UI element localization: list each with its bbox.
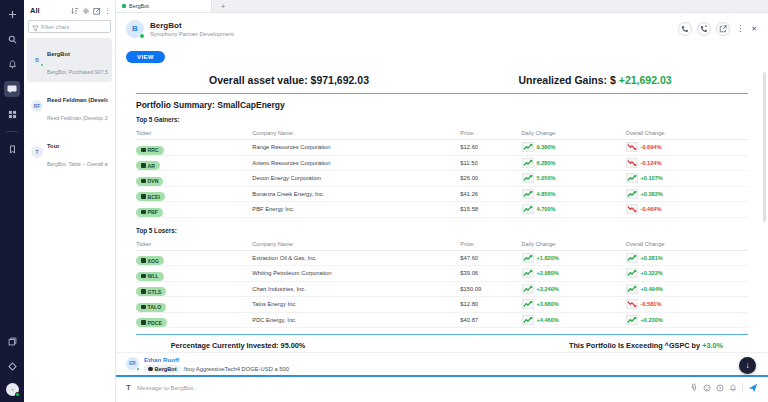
trend-icon (522, 158, 534, 168)
percentage-invested: Percentage Currently Invested: 95.00% (136, 341, 340, 350)
price-value: $12.80 (460, 301, 521, 307)
filter-funnel-icon (32, 18, 39, 36)
trend-icon (626, 299, 638, 309)
trend-icon (522, 315, 534, 325)
chat-preview: BergBot: Purchased 907,520 shares of 'D.… (47, 69, 108, 75)
cashtag-icon (141, 210, 146, 215)
help-diamond-icon[interactable] (4, 358, 20, 374)
daily-change-value: +3.240% (537, 286, 559, 292)
send-icon[interactable] (748, 383, 758, 393)
filter-chats-input[interactable] (41, 24, 107, 30)
apps-grid-icon[interactable] (4, 106, 20, 122)
trend-icon (522, 204, 534, 214)
ticker-badge[interactable]: PDCE (136, 318, 167, 327)
overall-change-value: +0.322% (641, 270, 663, 276)
cashtag-icon (141, 274, 146, 279)
company-name: Extraction Oil & Gas, Inc. (252, 255, 460, 261)
chat-list-overflow-icon[interactable]: ⋮ (104, 7, 111, 15)
cashtag-icon (141, 289, 146, 294)
overall-asset-value: Overall asset value: $971,692.03 (136, 74, 442, 86)
plus-icon[interactable] (4, 6, 20, 22)
compose-icon[interactable] (93, 7, 101, 15)
chat-item-bergbot[interactable]: B BergBot BergBot: Purchased 907,520 sha… (27, 38, 112, 82)
schedule-clock-icon[interactable] (716, 384, 724, 392)
trend-icon (626, 268, 638, 278)
notifications-bell-icon[interactable] (4, 56, 20, 72)
daily-change-value: 5.050% (537, 175, 556, 181)
new-tab-button[interactable]: + (212, 0, 234, 12)
trend-icon (522, 284, 534, 294)
scroll-to-latest-button[interactable]: ↓ (739, 357, 756, 374)
col-overall: Overall Change: (626, 241, 748, 247)
bergbot-mention-chip[interactable]: BergBot (144, 365, 181, 373)
overall-change-value: +0.230% (641, 317, 663, 323)
call-phone-icon[interactable] (678, 22, 692, 36)
chat-avatar: B (31, 54, 43, 66)
overall-change-value: -0.581% (641, 301, 662, 307)
company-name: Range Resources Corporation (252, 144, 460, 150)
cashtag-icon (141, 194, 146, 199)
sender-name[interactable]: Ethan Ruoff (144, 356, 289, 363)
scrollbar[interactable] (763, 72, 766, 222)
tab-bergbot[interactable]: BergBot (116, 0, 212, 12)
company-name: PBF Energy Inc. (252, 206, 460, 212)
view-button[interactable]: VIEW (126, 51, 165, 63)
trend-icon (522, 142, 534, 152)
table-row: PDCE PDC Energy, Inc. $40.87 +4.460% +0.… (136, 313, 748, 329)
overall-change-value: -0.124% (641, 160, 662, 166)
close-icon[interactable]: ✕ (750, 25, 758, 33)
sort-contacts-icon[interactable] (71, 7, 79, 15)
trend-icon (626, 142, 638, 152)
popout-icon[interactable] (716, 22, 730, 36)
exceeding-gspc: This Portfolio Is Exceeding ^GSPC by +3.… (544, 341, 748, 350)
col-ticker: Ticker: (136, 130, 252, 136)
blue-divider (136, 334, 748, 335)
settings-gear-icon[interactable] (82, 7, 90, 15)
col-daily: Daily Change: (522, 130, 626, 136)
message-composer: T (116, 375, 768, 398)
presence-dot (136, 367, 141, 372)
message-input[interactable] (137, 384, 684, 391)
chat-avatar: T (31, 146, 43, 158)
company-name: PDC Energy, Inc. (252, 317, 460, 323)
col-overall: Overall Change: (626, 130, 748, 136)
chat-item-tour[interactable]: T Tour BergBot: Table – Overall asset va… (27, 130, 112, 174)
chat-main: BergBot + B BergBot Symphony Partner Dev… (116, 0, 768, 402)
search-icon[interactable] (4, 31, 20, 47)
company-name: Bonanza Creek Energy, Inc. (252, 191, 460, 197)
trend-icon (626, 315, 638, 325)
attachment-paperclip-icon[interactable] (690, 383, 698, 392)
price-value: $40.87 (460, 317, 521, 323)
col-price: Price: (460, 241, 521, 247)
composer-divider (742, 383, 743, 392)
text-format-icon[interactable]: T (126, 383, 131, 392)
app-window: ◔ All ⋮ B BergBot BergBot: Purchased 907… (0, 0, 768, 402)
chats-icon[interactable] (4, 81, 20, 97)
rail-divider (6, 131, 18, 132)
overall-change-value: +0.382% (641, 191, 663, 197)
chat-name: BergBot (47, 51, 70, 57)
col-ticker: Ticker: (136, 241, 252, 247)
trend-icon (522, 253, 534, 263)
user-avatar[interactable]: ◔ (6, 383, 19, 396)
chat-list-panel: All ⋮ B BergBot BergBot: Purchased 907,5… (24, 0, 116, 402)
trend-icon (522, 268, 534, 278)
trend-icon (626, 204, 638, 214)
price-value: $15.58 (460, 206, 521, 212)
call-settings-phone-icon[interactable] (697, 22, 711, 36)
presence-dot (40, 63, 44, 67)
tab-status-icon (122, 4, 126, 8)
portfolio-title: Portfolio Summary: SmallCapEnergy (136, 100, 748, 110)
ticker-badge[interactable]: PBF (136, 208, 163, 217)
notify-bell-icon[interactable] (729, 384, 737, 392)
filter-chats-box[interactable] (28, 20, 111, 33)
bergbot-avatar: B (126, 20, 144, 38)
windows-copy-icon[interactable] (4, 333, 20, 349)
emoji-smiley-icon[interactable] (703, 384, 711, 392)
sender-avatar[interactable]: ER (126, 357, 139, 370)
header-overflow-icon[interactable]: ⋮ (735, 24, 745, 33)
bookmarks-icon[interactable] (4, 141, 20, 157)
asset-summary-row: Overall asset value: $971,692.03 Unreali… (136, 74, 748, 86)
gainers-section-title: Top 5 Gainers: (136, 116, 748, 123)
chat-item-reed-feldman[interactable]: RF Reed Feldman (Develop 2) Reed Feldman… (27, 84, 112, 128)
